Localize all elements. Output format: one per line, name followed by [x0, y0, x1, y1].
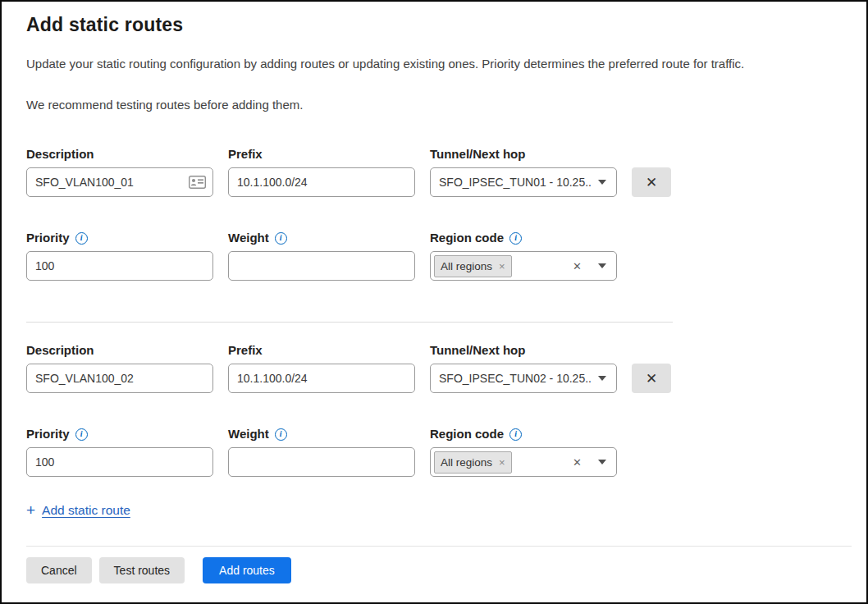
add-static-route-label: Add static route [42, 503, 130, 518]
chip-close-icon[interactable]: × [499, 260, 505, 272]
tunnel-select[interactable]: SFO_IPSEC_TUN02 - 10.25... [430, 364, 617, 393]
description-input[interactable] [26, 167, 213, 197]
region-select[interactable]: All regions × ✕ [430, 447, 617, 477]
plus-icon: + [26, 501, 35, 519]
add-static-route-link[interactable]: + Add static route [26, 501, 130, 519]
priority-field: Priority i [26, 230, 213, 281]
tunnel-label: Tunnel/Next hop [430, 146, 617, 162]
route-2-options-row: Priority i Weight i Region code i [26, 426, 842, 477]
test-routes-button[interactable]: Test routes [99, 557, 185, 583]
intro-text: Update your static routing configuration… [26, 56, 842, 72]
page-title: Add static routes [26, 13, 842, 36]
route-section-2: Description Prefix Tunnel/Next hop SFO_I… [26, 342, 842, 477]
tunnel-field: Tunnel/Next hop SFO_IPSEC_TUN02 - 10.25.… [430, 342, 617, 393]
route-1-main-row: Description Prefix [26, 146, 842, 197]
priority-label: Priority [26, 426, 70, 442]
caret-down-icon [598, 263, 606, 268]
info-icon[interactable]: i [509, 428, 522, 441]
priority-input[interactable] [26, 447, 213, 477]
weight-label: Weight [228, 230, 269, 246]
weight-input[interactable] [228, 447, 415, 477]
region-field: Region code i All regions × ✕ [430, 230, 617, 281]
footer-actions: Cancel Test routes Add routes [26, 557, 842, 583]
region-chip: All regions × [434, 451, 512, 474]
region-label: Region code [430, 426, 504, 442]
region-chip-label: All regions [441, 260, 492, 272]
clear-icon[interactable]: ✕ [573, 260, 582, 272]
info-icon[interactable]: i [75, 428, 88, 441]
prefix-label: Prefix [228, 342, 415, 359]
tunnel-label: Tunnel/Next hop [430, 342, 617, 359]
info-icon[interactable]: i [75, 232, 88, 245]
footer-divider [26, 546, 852, 547]
prefix-field: Prefix [228, 342, 415, 393]
chip-close-icon[interactable]: × [499, 456, 505, 469]
route-1-options-row: Priority i Weight i Region code i [26, 230, 842, 281]
description-label: Description [26, 342, 213, 359]
description-input[interactable] [26, 364, 213, 393]
region-field: Region code i All regions × ✕ [430, 426, 617, 477]
priority-input[interactable] [26, 251, 213, 281]
caret-down-icon [598, 376, 606, 381]
priority-field: Priority i [26, 426, 213, 477]
weight-input[interactable] [228, 251, 415, 281]
cancel-button[interactable]: Cancel [26, 557, 92, 583]
add-routes-button[interactable]: Add routes [203, 557, 291, 583]
region-chip-label: All regions [441, 456, 492, 469]
recommendation-text: We recommend testing routes before addin… [26, 97, 842, 113]
region-select[interactable]: All regions × ✕ [430, 251, 617, 281]
prefix-field: Prefix [228, 146, 415, 197]
remove-route-button[interactable]: ✕ [632, 167, 671, 197]
info-icon[interactable]: i [275, 428, 287, 441]
route-2-main-row: Description Prefix Tunnel/Next hop SFO_I… [26, 342, 842, 393]
caret-down-icon [598, 180, 606, 185]
add-static-routes-dialog: Add static routes Update your static rou… [2, 13, 866, 583]
region-label: Region code [430, 230, 504, 246]
section-divider [26, 322, 673, 323]
description-field: Description [26, 146, 213, 197]
remove-route-button[interactable]: ✕ [632, 364, 671, 393]
route-section-1: Description Prefix [26, 146, 842, 281]
priority-label: Priority [26, 230, 70, 246]
prefix-input[interactable] [228, 364, 415, 393]
description-label: Description [26, 146, 213, 162]
region-chip: All regions × [434, 255, 512, 277]
prefix-input[interactable] [228, 167, 415, 197]
tunnel-selected-value: SFO_IPSEC_TUN01 - 10.25... [439, 176, 592, 189]
tunnel-select[interactable]: SFO_IPSEC_TUN01 - 10.25... [430, 167, 617, 197]
info-icon[interactable]: i [275, 232, 287, 245]
prefix-label: Prefix [228, 146, 415, 162]
description-field: Description [26, 342, 213, 393]
weight-field: Weight i [228, 426, 415, 477]
weight-label: Weight [228, 426, 269, 442]
info-icon[interactable]: i [509, 232, 522, 245]
contact-card-icon [189, 176, 206, 189]
tunnel-field: Tunnel/Next hop SFO_IPSEC_TUN01 - 10.25.… [430, 146, 617, 197]
weight-field: Weight i [228, 230, 415, 281]
tunnel-selected-value: SFO_IPSEC_TUN02 - 10.25... [439, 372, 592, 385]
clear-icon[interactable]: ✕ [573, 456, 582, 469]
caret-down-icon [598, 460, 606, 464]
